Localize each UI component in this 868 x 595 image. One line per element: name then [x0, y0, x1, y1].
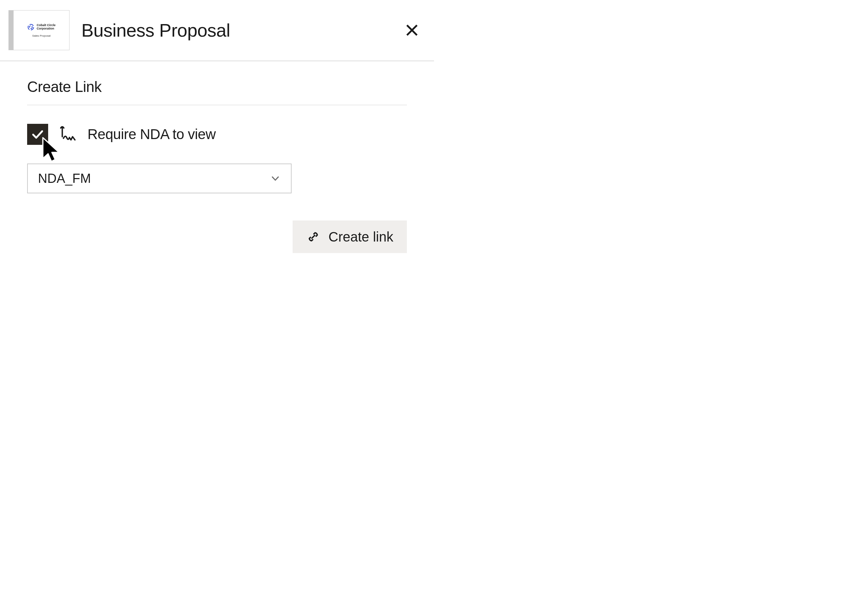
create-link-section: Create Link Require NDA to view NDA_FM [0, 61, 434, 234]
create-link-button-label: Create link [329, 229, 393, 244]
require-nda-label: Require NDA to view [87, 126, 216, 142]
nda-template-select[interactable]: NDA_FM [27, 163, 292, 193]
require-nda-checkbox[interactable] [27, 124, 48, 145]
close-button[interactable] [403, 22, 421, 38]
signature-icon [58, 125, 77, 144]
checkmark-icon [31, 127, 44, 141]
close-icon [404, 23, 419, 38]
thumbnail-content: Cobalt Circle Corporation Sales Proposal [13, 10, 69, 50]
svg-point-0 [28, 24, 34, 30]
dialog-title: Business Proposal [81, 20, 230, 41]
require-nda-row: Require NDA to view [27, 124, 407, 145]
select-value: NDA_FM [38, 171, 91, 186]
thumbnail-company-line2: Corporation [37, 27, 56, 31]
section-heading: Create Link [27, 78, 407, 95]
thumbnail-subtitle: Sales Proposal [32, 34, 50, 37]
link-icon [306, 229, 320, 244]
section-divider [27, 105, 407, 105]
cobalt-circle-logo-icon [27, 24, 35, 31]
dialog-header: Cobalt Circle Corporation Sales Proposal… [0, 0, 434, 61]
thumbnail-spiral-binding [9, 10, 13, 50]
document-thumbnail: Cobalt Circle Corporation Sales Proposal [9, 10, 69, 50]
svg-point-1 [30, 25, 32, 28]
create-link-button[interactable]: Create link [292, 221, 407, 253]
chevron-down-icon [270, 173, 281, 184]
